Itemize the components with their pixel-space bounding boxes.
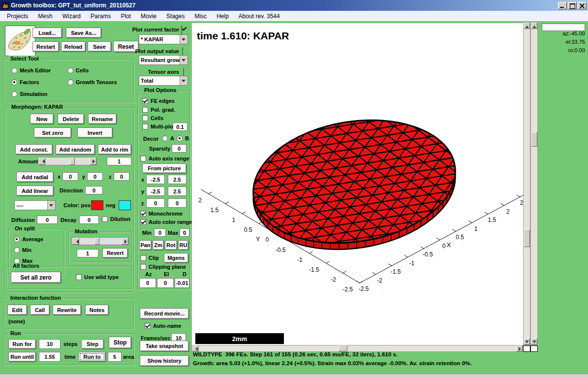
use-wild-type-checkbox-row[interactable]: Use wild type [76, 274, 119, 280]
time-field[interactable]: 1.55 [39, 352, 61, 362]
z-max-field[interactable]: 0 [168, 198, 186, 208]
auto-name-row[interactable]: Auto-name [145, 323, 181, 329]
mutation-slider-track[interactable] [79, 238, 122, 245]
output-value-dropdown[interactable]: Resultant growth... [139, 55, 188, 65]
growth-tensors-radio[interactable] [67, 79, 73, 85]
menu-params[interactable]: Params [86, 11, 116, 21]
plot-horizontal-scrollbar[interactable] [192, 345, 523, 352]
pol-grad-checkbox[interactable] [142, 107, 148, 113]
plot-current-factor-checkbox[interactable] [181, 26, 182, 35]
plot-vertical-scrollbar-1[interactable] [523, 22, 530, 345]
factors-radio[interactable] [11, 79, 17, 85]
amount-slider-left-arrow[interactable] [38, 157, 45, 165]
set-zero-button[interactable]: Set zero [34, 127, 71, 138]
add-radial-button[interactable]: Add radial [16, 172, 54, 182]
y-min-field[interactable]: -2.5 [146, 187, 165, 196]
fe-edges-row[interactable]: FE edges [142, 98, 175, 104]
run-to-button[interactable]: Run to [78, 352, 106, 362]
mesh-editor-radio[interactable] [11, 67, 17, 73]
rename-button[interactable]: Rename [88, 114, 117, 124]
radial-x-field[interactable]: 0 [62, 172, 78, 181]
scrollbar-corner-box-2[interactable] [530, 346, 538, 352]
auto-color-range-checkbox[interactable] [140, 219, 146, 225]
zoom-button[interactable]: Zm [153, 240, 164, 250]
vscroll2-down-arrow[interactable] [531, 338, 537, 345]
z-min-field[interactable]: 0 [146, 198, 165, 208]
close-button[interactable] [578, 2, 587, 9]
radial-z-field[interactable]: 0 [114, 172, 129, 181]
hscroll-right-arrow[interactable] [516, 346, 523, 351]
record-movie-button[interactable]: Record movie... [140, 308, 189, 319]
amount-slider[interactable] [38, 157, 97, 165]
view-command-input[interactable] [542, 24, 585, 31]
output-value-dropdown-arrow-icon[interactable] [180, 56, 187, 64]
multi-plot-row[interactable]: Multi-plot [142, 124, 175, 129]
radio-growth-tensors[interactable]: Growth Tensors [67, 79, 117, 85]
plot-vertical-scrollbar-2[interactable] [530, 22, 538, 345]
save-button[interactable]: Save [88, 41, 111, 52]
amount-slider-track[interactable] [45, 157, 90, 165]
vscroll1-up-arrow[interactable] [524, 23, 530, 29]
use-wild-type-checkbox[interactable] [76, 274, 82, 280]
auto-name-checkbox[interactable] [145, 323, 151, 329]
set-all-zero-button[interactable]: Set all zero [11, 272, 61, 283]
hscroll-thumb[interactable] [339, 346, 347, 351]
show-history-button[interactable]: Show history [140, 355, 189, 366]
vscroll2-up-arrow[interactable] [531, 23, 537, 29]
menu-plot[interactable]: Plot [116, 11, 136, 21]
sparsity-field[interactable]: 0 [172, 144, 186, 153]
vscroll1-thumb[interactable] [524, 229, 530, 247]
fe-edges-checkbox[interactable] [142, 98, 148, 104]
menu-projects[interactable]: Projects [2, 11, 33, 21]
run-until-button[interactable]: Run until [8, 352, 36, 362]
radial-y-field[interactable]: 0 [87, 172, 103, 181]
factor-dropdown[interactable]: * KAPAR [139, 34, 188, 44]
clip-checkbox[interactable] [140, 255, 146, 261]
hscroll-left-arrow[interactable] [192, 346, 199, 351]
pan-button[interactable]: Pan [139, 240, 152, 250]
menu-misc[interactable]: Misc [189, 11, 212, 21]
el-field[interactable]: 0 [157, 278, 174, 288]
decor-a-row[interactable]: A [162, 135, 174, 141]
d-field[interactable]: -0.01 [175, 278, 189, 288]
cells-option-checkbox[interactable] [142, 115, 148, 121]
revert-button[interactable]: Revert [102, 248, 128, 258]
amount-slider-thumb[interactable] [70, 157, 75, 165]
decor-b-radio[interactable] [177, 135, 183, 141]
vscroll1-down-arrow[interactable] [524, 338, 530, 345]
pos-color-swatch[interactable] [91, 200, 103, 210]
max-color-field[interactable]: 0 [180, 228, 189, 237]
add-const-button[interactable]: Add const. [15, 144, 53, 155]
decay-field[interactable]: 0 [79, 216, 99, 224]
reload-button[interactable]: Reload [61, 41, 86, 52]
add-to-rim-button[interactable]: Add to rim [98, 144, 131, 155]
area-field[interactable]: 5 [108, 352, 122, 362]
multi-plot-field[interactable]: 0.1 [173, 123, 187, 131]
menu-movie[interactable]: Movie [136, 11, 161, 21]
radio-simulation[interactable]: Simulation [11, 91, 47, 97]
from-picture-button[interactable]: From picture [142, 163, 186, 173]
step-button[interactable]: Step [81, 339, 104, 349]
average-radio[interactable] [14, 236, 20, 242]
notes-button[interactable]: Notes [85, 305, 109, 315]
cells-option-row[interactable]: Cells [142, 115, 163, 121]
rotate-button[interactable]: Rot [165, 240, 177, 250]
auto-axis-range-row[interactable]: Auto axis range [140, 156, 189, 161]
cells-radio[interactable] [67, 67, 73, 73]
x-max-field[interactable]: 2.5 [168, 175, 186, 184]
menu-stages[interactable]: Stages [161, 11, 189, 21]
clipping-plane-row[interactable]: Clipping plane [140, 264, 186, 270]
vscroll2-thumb[interactable] [531, 132, 537, 147]
tensor-dropdown[interactable]: Total [139, 76, 188, 86]
menu-help[interactable]: Help [212, 11, 234, 21]
monochrome-checkbox[interactable] [140, 211, 146, 217]
auto-color-range-row[interactable]: Auto color range [140, 219, 192, 225]
load-button[interactable]: Load... [32, 28, 62, 38]
amount-field[interactable]: 1 [107, 157, 131, 165]
mgens-button[interactable]: Mgens [164, 253, 188, 263]
mutation-field[interactable]: 1 [77, 249, 98, 257]
title-bar[interactable]: Growth toolbox: GPT_tut_uniform_20110527 [0, 0, 588, 11]
simulation-radio[interactable] [11, 91, 17, 97]
menu-mesh[interactable]: Mesh [33, 11, 57, 21]
radio-min[interactable]: Min [14, 247, 31, 253]
